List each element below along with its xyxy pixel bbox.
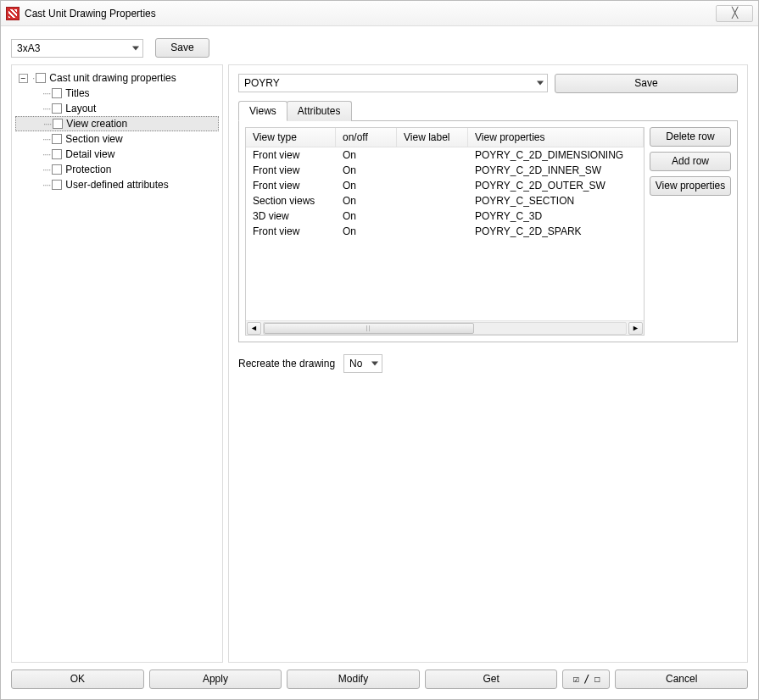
cell-label — [397, 224, 468, 239]
checkbox[interactable] — [52, 149, 62, 159]
tree-item[interactable]: ····User-defined attributes — [15, 177, 219, 192]
checkbox[interactable] — [52, 103, 62, 114]
table-row[interactable]: Front viewOnPOYRY_C_2D_SPARK — [246, 224, 644, 239]
collapse-icon[interactable]: − — [19, 74, 28, 83]
window-title: Cast Unit Drawing Properties — [25, 8, 156, 19]
table-row[interactable]: Front viewOnPOYRY_C_2D_DIMENSIONING — [246, 147, 644, 163]
col-header-label[interactable]: View label — [397, 128, 468, 147]
right-preset-value: POYRY — [244, 77, 280, 89]
checkbox[interactable] — [52, 180, 62, 190]
main-row: − · Cast unit drawing properties ····Tit… — [11, 64, 748, 663]
apply-button[interactable]: Apply — [149, 669, 282, 689]
cell-onoff: On — [336, 163, 397, 178]
chevron-down-icon — [537, 81, 544, 86]
cell-label — [397, 178, 468, 193]
cell-label — [397, 147, 468, 163]
scroll-thumb[interactable] — [264, 323, 474, 334]
views-table: View type on/off View label View propert… — [245, 127, 645, 336]
tabs: Views Attributes — [238, 100, 738, 120]
tab-views[interactable]: Views — [238, 101, 287, 121]
cell-props: POYRY_C_2D_OUTER_SW — [468, 178, 644, 193]
tree-item[interactable]: ····Layout — [15, 101, 219, 116]
tree-item-label: Titles — [65, 87, 89, 99]
cell-label — [397, 208, 468, 224]
cell-onoff: On — [336, 224, 397, 239]
cell-props: POYRY_C_3D — [468, 208, 644, 224]
tree-item-label: Protection — [65, 164, 111, 175]
tree-item[interactable]: ····Titles — [15, 86, 219, 101]
chevron-down-icon — [371, 362, 378, 366]
save-preset-button[interactable]: Save — [155, 38, 209, 58]
right-preset-combo[interactable]: POYRY — [238, 74, 548, 92]
col-header-onoff[interactable]: on/off — [336, 128, 397, 147]
get-button[interactable]: Get — [425, 669, 558, 689]
properties-tree: − · Cast unit drawing properties ····Tit… — [15, 70, 219, 192]
app-icon — [6, 7, 20, 20]
chevron-down-icon — [132, 46, 139, 50]
ok-button[interactable]: OK — [11, 669, 144, 689]
tree-panel: − · Cast unit drawing properties ····Tit… — [11, 64, 223, 663]
horizontal-scrollbar[interactable]: ◄ ► — [246, 320, 644, 335]
cell-onoff: On — [336, 178, 397, 193]
cell-props: POYRY_C_2D_INNER_SW — [468, 163, 644, 178]
cell-props: POYRY_C_2D_SPARK — [468, 224, 644, 239]
preset-combo[interactable]: 3xA3 — [11, 39, 143, 58]
cell-props: POYRY_C_2D_DIMENSIONING — [468, 147, 644, 163]
modify-button[interactable]: Modify — [287, 669, 420, 689]
cell-onoff: On — [336, 208, 397, 224]
cell-onoff: On — [336, 147, 397, 163]
titlebar: Cast Unit Drawing Properties ╳ — [1, 1, 758, 26]
tree-item[interactable]: ····View creation — [15, 116, 219, 131]
recreate-value: No — [349, 358, 362, 369]
tree-item[interactable]: ····Detail view — [15, 147, 219, 162]
cell-label — [397, 163, 468, 178]
tab-body: View type on/off View label View propert… — [238, 120, 738, 342]
footer: OK Apply Modify Get ☑ / ☐ Cancel — [11, 669, 748, 689]
side-buttons: Delete row Add row View properties — [650, 127, 731, 336]
tree-root[interactable]: − · Cast unit drawing properties — [15, 70, 219, 86]
cell-type: 3D view — [246, 208, 336, 224]
scroll-left-icon[interactable]: ◄ — [247, 322, 261, 335]
tree-item[interactable]: ····Protection — [15, 162, 219, 177]
table-row[interactable]: Section viewsOnPOYRY_C_SECTION — [246, 193, 644, 208]
add-row-button[interactable]: Add row — [650, 152, 731, 171]
checkbox[interactable] — [36, 73, 46, 83]
tree-item-label: Detail view — [65, 148, 114, 160]
close-button[interactable]: ╳ — [716, 5, 753, 22]
right-panel: POYRY Save Views Attributes View type on… — [228, 64, 748, 663]
checkbox[interactable] — [52, 134, 62, 144]
content: 3xA3 Save − · Cast unit drawing properti… — [1, 26, 758, 699]
delete-row-button[interactable]: Delete row — [650, 127, 731, 147]
col-header-type[interactable]: View type — [246, 128, 336, 147]
scroll-right-icon[interactable]: ► — [628, 322, 643, 335]
tree-item[interactable]: ····Section view — [15, 131, 219, 147]
toggle-all-button[interactable]: ☑ / ☐ — [562, 669, 610, 689]
table-row[interactable]: Front viewOnPOYRY_C_2D_OUTER_SW — [246, 178, 644, 193]
top-row: 3xA3 Save — [11, 38, 748, 58]
recreate-row: Recreate the drawing No — [238, 354, 738, 373]
col-header-props[interactable]: View properties — [468, 128, 644, 147]
preset-combo-value: 3xA3 — [17, 42, 40, 54]
view-properties-button[interactable]: View properties — [650, 176, 731, 196]
recreate-combo[interactable]: No — [343, 354, 382, 373]
tree-item-label: View creation — [66, 118, 127, 130]
checkbox[interactable] — [53, 119, 63, 129]
tab-attributes[interactable]: Attributes — [287, 101, 352, 121]
cell-type: Front view — [246, 178, 336, 193]
scroll-track[interactable] — [263, 322, 627, 335]
tree-item-label: Layout — [65, 103, 96, 114]
table-row[interactable]: Front viewOnPOYRY_C_2D_INNER_SW — [246, 163, 644, 178]
checkbox[interactable] — [52, 164, 62, 175]
table-row[interactable]: 3D viewOnPOYRY_C_3D — [246, 208, 644, 224]
cell-type: Section views — [246, 193, 336, 208]
tree-item-label: User-defined attributes — [65, 179, 168, 191]
checkbox[interactable] — [52, 88, 62, 98]
window: Cast Unit Drawing Properties ╳ 3xA3 Save… — [0, 0, 759, 700]
tree-item-label: Section view — [65, 133, 122, 145]
cell-type: Front view — [246, 147, 336, 163]
cancel-button[interactable]: Cancel — [615, 669, 748, 689]
cell-type: Front view — [246, 224, 336, 239]
right-save-button[interactable]: Save — [555, 74, 738, 93]
table-header: View type on/off View label View propert… — [246, 128, 644, 147]
tree-root-label: Cast unit drawing properties — [49, 72, 176, 84]
